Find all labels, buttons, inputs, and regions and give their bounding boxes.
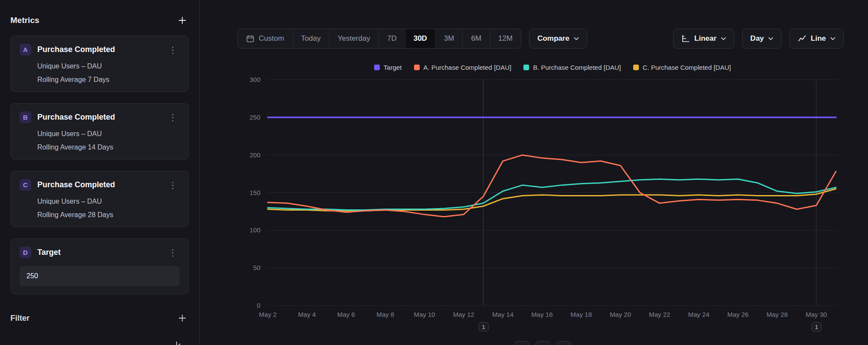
y-tick-label: 50 xyxy=(253,264,260,271)
kebab-menu-icon[interactable]: ⋮ xyxy=(166,247,180,258)
metric-rolling-average[interactable]: Rolling Average 28 Days xyxy=(20,211,180,219)
target-value-input[interactable] xyxy=(20,266,180,286)
x-tick-label: May 14 xyxy=(492,311,513,318)
x-tick-label: May 24 xyxy=(688,311,709,318)
target-title: Target xyxy=(37,248,160,257)
metric-card-b[interactable]: B Purchase Completed ⋮ Unique Users – DA… xyxy=(10,103,189,159)
chart-style-group xyxy=(515,341,571,345)
metric-card-c[interactable]: C Purchase Completed ⋮ Unique Users – DA… xyxy=(10,171,189,227)
chart-panel: Custom Today Yesterday 7D 30D 3M 6M 12M … xyxy=(200,0,868,345)
x-tick-label: May 20 xyxy=(610,311,631,318)
x-tick-label: May 28 xyxy=(766,311,788,318)
y-tick-label: 200 xyxy=(250,151,260,159)
metric-title: Purchase Completed xyxy=(37,45,160,54)
filter-section-header: Filter xyxy=(10,312,189,325)
metric-badge: D xyxy=(20,247,31,258)
add-filter-button[interactable] xyxy=(176,312,189,325)
metric-card-a[interactable]: A Purchase Completed ⋮ Unique Users – DA… xyxy=(10,36,189,92)
series-line-b[interactable] xyxy=(268,179,836,210)
metric-title: Purchase Completed xyxy=(37,113,160,122)
annotation-badge[interactable]: 1 xyxy=(479,322,489,332)
x-tick-label: May 8 xyxy=(376,311,394,318)
annotation-badge[interactable]: 1 xyxy=(812,322,822,332)
metric-badge: A xyxy=(20,44,31,55)
x-tick-label: May 2 xyxy=(259,311,277,318)
kebab-menu-icon[interactable]: ⋮ xyxy=(166,112,180,123)
metric-badge: B xyxy=(20,111,31,123)
chart-style-bar-button[interactable] xyxy=(536,341,550,345)
collapse-left-icon xyxy=(174,340,185,345)
y-tick-label: 150 xyxy=(250,189,260,196)
metric-card-header: B Purchase Completed ⋮ xyxy=(20,111,180,123)
plus-icon xyxy=(178,313,187,323)
metrics-title: Metrics xyxy=(10,16,39,25)
metric-rolling-average[interactable]: Rolling Average 7 Days xyxy=(20,76,180,84)
plus-icon xyxy=(178,16,187,25)
metric-measure[interactable]: Unique Users – DAU xyxy=(20,62,180,70)
chart-style-line-button[interactable] xyxy=(515,341,529,345)
target-card-header: D Target ⋮ xyxy=(20,247,180,258)
line-chart: 050100150200250300May 2May 4May 6May 8Ma… xyxy=(200,0,868,345)
metric-badge: C xyxy=(20,179,31,191)
x-tick-label: May 18 xyxy=(571,311,592,318)
metrics-sidebar: Metrics A Purchase Completed ⋮ Unique Us… xyxy=(0,0,200,345)
y-tick-label: 250 xyxy=(250,114,260,121)
metric-rolling-average[interactable]: Rolling Average 14 Days xyxy=(20,143,180,151)
kebab-menu-icon[interactable]: ⋮ xyxy=(166,45,180,55)
collapse-sidebar-button[interactable] xyxy=(173,338,187,345)
x-tick-label: May 22 xyxy=(649,311,670,318)
x-tick-label: May 30 xyxy=(806,311,827,318)
metric-measure[interactable]: Unique Users – DAU xyxy=(20,198,180,205)
target-card[interactable]: D Target ⋮ xyxy=(10,238,189,294)
x-tick-label: May 6 xyxy=(337,311,355,318)
x-tick-label: May 26 xyxy=(727,311,749,318)
y-tick-label: 0 xyxy=(257,302,260,309)
x-tick-label: May 10 xyxy=(414,311,435,318)
add-metric-button[interactable] xyxy=(176,14,189,27)
metric-title: Purchase Completed xyxy=(37,180,160,189)
filter-title: Filter xyxy=(10,314,30,323)
kebab-menu-icon[interactable]: ⋮ xyxy=(166,180,180,190)
sidebar-header: Metrics xyxy=(10,13,189,28)
chart-style-stacked-button[interactable] xyxy=(556,341,571,345)
y-tick-label: 300 xyxy=(250,76,260,83)
x-tick-label: May 12 xyxy=(453,311,474,318)
x-tick-label: May 4 xyxy=(298,311,316,318)
metric-card-header: C Purchase Completed ⋮ xyxy=(20,179,180,191)
metric-measure[interactable]: Unique Users – DAU xyxy=(20,130,180,138)
y-tick-label: 100 xyxy=(250,226,260,234)
x-tick-label: May 16 xyxy=(531,311,552,318)
metric-card-header: A Purchase Completed ⋮ xyxy=(20,44,180,55)
